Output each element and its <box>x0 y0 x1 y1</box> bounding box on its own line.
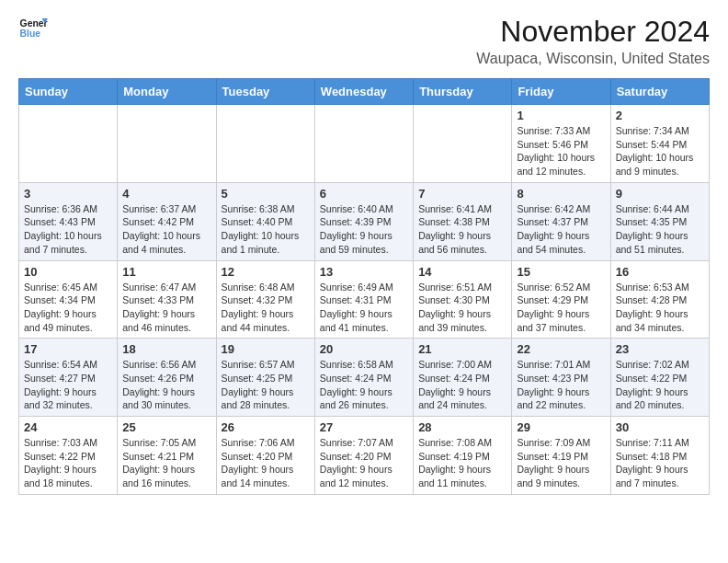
calendar-cell: 11Sunrise: 6:47 AMSunset: 4:33 PMDayligh… <box>118 260 216 339</box>
cell-info-text: Sunrise: 6:42 AMSunset: 4:37 PMDaylight:… <box>517 202 605 257</box>
calendar-cell <box>19 105 118 183</box>
cell-date-number: 22 <box>517 342 605 356</box>
day-header-tuesday: Tuesday <box>216 79 314 105</box>
calendar-cell: 12Sunrise: 6:48 AMSunset: 4:32 PMDayligh… <box>216 260 314 339</box>
calendar-cell: 6Sunrise: 6:40 AMSunset: 4:39 PMDaylight… <box>314 182 413 260</box>
cell-info-text: Sunrise: 7:09 AMSunset: 4:19 PMDaylight:… <box>517 436 605 490</box>
calendar-cell: 18Sunrise: 6:56 AMSunset: 4:26 PMDayligh… <box>118 339 216 417</box>
cell-date-number: 1 <box>517 109 605 122</box>
cell-info-text: Sunrise: 6:53 AMSunset: 4:28 PMDaylight:… <box>616 281 704 335</box>
location-title: Waupaca, Wisconsin, United States <box>476 51 710 67</box>
cell-date-number: 2 <box>616 109 704 122</box>
calendar-cell: 8Sunrise: 6:42 AMSunset: 4:37 PMDaylight… <box>512 182 610 260</box>
cell-info-text: Sunrise: 7:07 AMSunset: 4:20 PMDaylight:… <box>320 436 408 490</box>
calendar-cell: 13Sunrise: 6:49 AMSunset: 4:31 PMDayligh… <box>314 260 413 339</box>
cell-date-number: 6 <box>320 187 408 201</box>
calendar-cell <box>414 105 512 183</box>
cell-date-number: 9 <box>616 187 704 201</box>
cell-info-text: Sunrise: 6:56 AMSunset: 4:26 PMDaylight:… <box>122 358 210 412</box>
cell-date-number: 12 <box>222 265 310 279</box>
calendar-cell: 5Sunrise: 6:38 AMSunset: 4:40 PMDaylight… <box>216 182 314 260</box>
calendar-cell: 30Sunrise: 7:11 AMSunset: 4:18 PMDayligh… <box>610 417 709 495</box>
calendar-week-row: 3Sunrise: 6:36 AMSunset: 4:43 PMDaylight… <box>19 182 710 260</box>
cell-info-text: Sunrise: 6:40 AMSunset: 4:39 PMDaylight:… <box>320 202 408 257</box>
calendar-cell: 16Sunrise: 6:53 AMSunset: 4:28 PMDayligh… <box>610 260 709 339</box>
day-header-monday: Monday <box>118 79 216 105</box>
logo-icon: General Blue <box>18 15 48 40</box>
calendar-cell <box>216 105 314 183</box>
cell-date-number: 8 <box>517 187 605 201</box>
cell-date-number: 26 <box>222 420 310 434</box>
cell-info-text: Sunrise: 7:02 AMSunset: 4:22 PMDaylight:… <box>616 358 704 412</box>
cell-date-number: 5 <box>222 187 310 201</box>
cell-date-number: 17 <box>24 342 112 356</box>
calendar-cell: 20Sunrise: 6:58 AMSunset: 4:24 PMDayligh… <box>314 339 413 417</box>
calendar-cell: 15Sunrise: 6:52 AMSunset: 4:29 PMDayligh… <box>512 260 610 339</box>
cell-date-number: 16 <box>616 265 704 279</box>
cell-date-number: 19 <box>222 342 310 356</box>
calendar-cell <box>118 105 216 183</box>
calendar-cell: 14Sunrise: 6:51 AMSunset: 4:30 PMDayligh… <box>414 260 512 339</box>
cell-date-number: 25 <box>122 420 210 434</box>
calendar-cell: 3Sunrise: 6:36 AMSunset: 4:43 PMDaylight… <box>19 182 118 260</box>
cell-date-number: 4 <box>122 187 210 201</box>
calendar-cell: 10Sunrise: 6:45 AMSunset: 4:34 PMDayligh… <box>19 260 118 339</box>
cell-info-text: Sunrise: 6:44 AMSunset: 4:35 PMDaylight:… <box>616 202 704 257</box>
cell-info-text: Sunrise: 6:52 AMSunset: 4:29 PMDaylight:… <box>517 281 605 335</box>
cell-info-text: Sunrise: 6:51 AMSunset: 4:30 PMDaylight:… <box>418 281 506 335</box>
cell-info-text: Sunrise: 6:36 AMSunset: 4:43 PMDaylight:… <box>24 202 112 257</box>
cell-info-text: Sunrise: 6:47 AMSunset: 4:33 PMDaylight:… <box>122 281 210 335</box>
cell-info-text: Sunrise: 6:49 AMSunset: 4:31 PMDaylight:… <box>320 281 408 335</box>
day-header-wednesday: Wednesday <box>314 79 413 105</box>
cell-info-text: Sunrise: 7:34 AMSunset: 5:44 PMDaylight:… <box>616 124 704 178</box>
day-header-thursday: Thursday <box>414 79 512 105</box>
cell-info-text: Sunrise: 6:57 AMSunset: 4:25 PMDaylight:… <box>222 358 310 412</box>
cell-date-number: 15 <box>517 265 605 279</box>
calendar-cell: 24Sunrise: 7:03 AMSunset: 4:22 PMDayligh… <box>19 417 118 495</box>
calendar-cell: 2Sunrise: 7:34 AMSunset: 5:44 PMDaylight… <box>610 105 709 183</box>
cell-date-number: 23 <box>616 342 704 356</box>
cell-info-text: Sunrise: 6:54 AMSunset: 4:27 PMDaylight:… <box>24 358 112 412</box>
cell-info-text: Sunrise: 7:01 AMSunset: 4:23 PMDaylight:… <box>517 358 605 412</box>
cell-info-text: Sunrise: 7:03 AMSunset: 4:22 PMDaylight:… <box>24 436 112 490</box>
day-header-friday: Friday <box>512 79 610 105</box>
cell-info-text: Sunrise: 6:45 AMSunset: 4:34 PMDaylight:… <box>24 281 112 335</box>
svg-text:Blue: Blue <box>20 29 41 39</box>
cell-date-number: 10 <box>24 265 112 279</box>
cell-date-number: 18 <box>122 342 210 356</box>
logo: General Blue <box>18 15 48 40</box>
calendar-week-row: 17Sunrise: 6:54 AMSunset: 4:27 PMDayligh… <box>19 339 710 417</box>
day-header-saturday: Saturday <box>610 79 709 105</box>
calendar-cell <box>314 105 413 183</box>
cell-date-number: 14 <box>418 265 506 279</box>
cell-date-number: 11 <box>122 265 210 279</box>
calendar-cell: 21Sunrise: 7:00 AMSunset: 4:24 PMDayligh… <box>414 339 512 417</box>
cell-date-number: 3 <box>24 187 112 201</box>
cell-info-text: Sunrise: 6:38 AMSunset: 4:40 PMDaylight:… <box>222 202 310 257</box>
calendar-cell: 27Sunrise: 7:07 AMSunset: 4:20 PMDayligh… <box>314 417 413 495</box>
cell-info-text: Sunrise: 7:05 AMSunset: 4:21 PMDaylight:… <box>122 436 210 490</box>
day-header-sunday: Sunday <box>19 79 118 105</box>
cell-date-number: 13 <box>320 265 408 279</box>
calendar-cell: 1Sunrise: 7:33 AMSunset: 5:46 PMDaylight… <box>512 105 610 183</box>
cell-info-text: Sunrise: 6:58 AMSunset: 4:24 PMDaylight:… <box>320 358 408 412</box>
month-title: November 2024 <box>476 15 710 49</box>
calendar-cell: 26Sunrise: 7:06 AMSunset: 4:20 PMDayligh… <box>216 417 314 495</box>
calendar-table: SundayMondayTuesdayWednesdayThursdayFrid… <box>18 78 710 495</box>
calendar-week-row: 10Sunrise: 6:45 AMSunset: 4:34 PMDayligh… <box>19 260 710 339</box>
cell-info-text: Sunrise: 6:37 AMSunset: 4:42 PMDaylight:… <box>122 202 210 257</box>
calendar-cell: 17Sunrise: 6:54 AMSunset: 4:27 PMDayligh… <box>19 339 118 417</box>
cell-info-text: Sunrise: 7:11 AMSunset: 4:18 PMDaylight:… <box>616 436 704 490</box>
cell-info-text: Sunrise: 6:48 AMSunset: 4:32 PMDaylight:… <box>222 281 310 335</box>
calendar-cell: 7Sunrise: 6:41 AMSunset: 4:38 PMDaylight… <box>414 182 512 260</box>
calendar-week-row: 24Sunrise: 7:03 AMSunset: 4:22 PMDayligh… <box>19 417 710 495</box>
calendar-week-row: 1Sunrise: 7:33 AMSunset: 5:46 PMDaylight… <box>19 105 710 183</box>
cell-info-text: Sunrise: 7:00 AMSunset: 4:24 PMDaylight:… <box>418 358 506 412</box>
cell-info-text: Sunrise: 7:33 AMSunset: 5:46 PMDaylight:… <box>517 124 605 178</box>
cell-info-text: Sunrise: 6:41 AMSunset: 4:38 PMDaylight:… <box>418 202 506 257</box>
header: General Blue November 2024 Waupaca, Wisc… <box>18 15 710 67</box>
title-area: November 2024 Waupaca, Wisconsin, United… <box>476 15 710 67</box>
cell-date-number: 24 <box>24 420 112 434</box>
calendar-cell: 28Sunrise: 7:08 AMSunset: 4:19 PMDayligh… <box>414 417 512 495</box>
calendar-cell: 22Sunrise: 7:01 AMSunset: 4:23 PMDayligh… <box>512 339 610 417</box>
